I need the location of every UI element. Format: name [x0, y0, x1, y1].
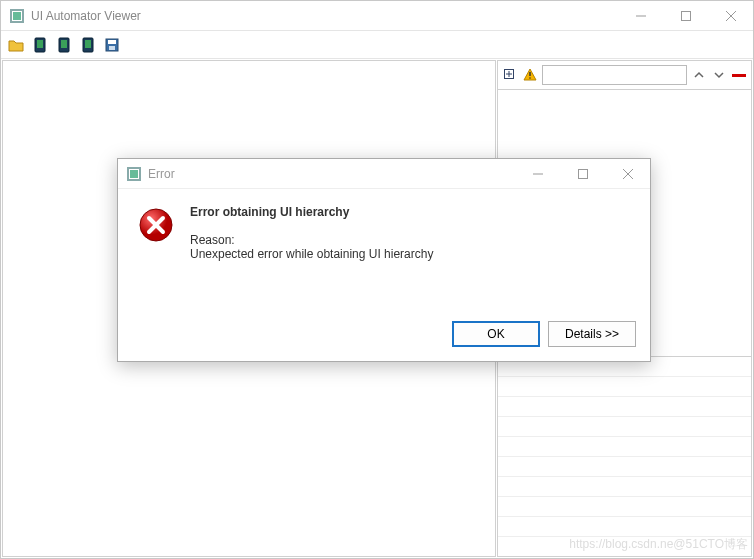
svg-rect-13 [108, 40, 116, 44]
close-button[interactable] [708, 1, 753, 30]
error-icon [138, 207, 174, 243]
table-row [498, 497, 751, 517]
dialog-close-button[interactable] [605, 159, 650, 188]
svg-rect-21 [130, 170, 138, 178]
table-row [498, 437, 751, 457]
dialog-maximize-button[interactable] [560, 159, 605, 188]
toolbar [1, 31, 753, 59]
node-detail-table[interactable] [497, 357, 752, 557]
table-row [498, 397, 751, 417]
save-button[interactable] [101, 34, 123, 56]
dialog-titlebar: Error [118, 159, 650, 189]
svg-rect-3 [681, 11, 690, 20]
warning-icon[interactable] [522, 67, 538, 83]
dialog-minimize-button[interactable] [515, 159, 560, 188]
svg-rect-11 [85, 40, 91, 48]
svg-rect-14 [109, 46, 115, 50]
svg-rect-23 [578, 169, 587, 178]
open-button[interactable] [5, 34, 27, 56]
dialog-message: Error obtaining UI hierarchy Reason: Une… [190, 205, 433, 305]
titlebar: UI Automator Viewer [1, 1, 753, 31]
svg-point-19 [529, 77, 531, 79]
device-screenshot-2-button[interactable] [53, 34, 75, 56]
window-title: UI Automator Viewer [31, 9, 618, 23]
svg-rect-9 [61, 40, 67, 48]
dialog-reason-label: Reason: [190, 233, 433, 247]
chevron-up-icon[interactable] [691, 67, 707, 83]
chevron-down-icon[interactable] [711, 67, 727, 83]
dialog-title: Error [148, 167, 515, 181]
remove-icon[interactable] [731, 67, 747, 83]
app-icon [9, 8, 25, 24]
table-row [498, 457, 751, 477]
ok-button[interactable]: OK [452, 321, 540, 347]
expand-all-icon[interactable] [502, 67, 518, 83]
table-row [498, 377, 751, 397]
dialog-reason-text: Unexpected error while obtaining UI hier… [190, 247, 433, 261]
svg-rect-7 [37, 40, 43, 48]
minimize-button[interactable] [618, 1, 663, 30]
search-input[interactable] [542, 65, 687, 85]
window-controls [618, 1, 753, 30]
table-row [498, 517, 751, 537]
dialog-window-controls [515, 159, 650, 188]
table-row [498, 417, 751, 437]
svg-rect-1 [13, 12, 21, 20]
dialog-app-icon [126, 166, 142, 182]
device-screenshot-3-button[interactable] [77, 34, 99, 56]
details-button[interactable]: Details >> [548, 321, 636, 347]
hierarchy-toolbar [497, 60, 752, 90]
table-row [498, 477, 751, 497]
dialog-heading: Error obtaining UI hierarchy [190, 205, 433, 219]
error-dialog: Error Error obtaining UI hierarchy Rea [117, 158, 651, 362]
maximize-button[interactable] [663, 1, 708, 30]
dialog-buttons: OK Details >> [118, 313, 650, 361]
dialog-body: Error obtaining UI hierarchy Reason: Une… [118, 189, 650, 313]
device-screenshot-1-button[interactable] [29, 34, 51, 56]
